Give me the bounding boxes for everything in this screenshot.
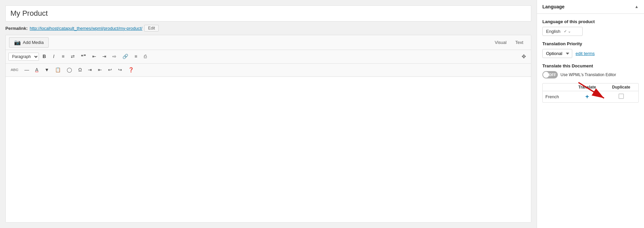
sidebar-title: Language <box>542 4 565 9</box>
outdent-button[interactable]: ⇤ <box>96 65 104 75</box>
table-row: French + <box>543 91 638 103</box>
text-color-arrow[interactable]: ▼ <box>42 65 52 75</box>
toggle-off-label: OFF <box>549 73 556 77</box>
sidebar: Language ▲ Language of this product Engl… <box>537 0 644 228</box>
tab-text[interactable]: Text <box>511 38 528 47</box>
translation-container: Translate Duplicate French + <box>542 83 639 103</box>
toggle-description: Use WPML's Translation Editor <box>560 72 616 77</box>
align-right-button[interactable]: ⇨ <box>110 52 119 61</box>
translate-plus-icon[interactable]: + <box>585 93 589 100</box>
strikethrough-icon: ABC <box>8 66 21 74</box>
clear-format-button[interactable]: ◯ <box>64 65 74 75</box>
add-media-label: Add Media <box>23 40 44 45</box>
add-media-icon: 📷 <box>14 39 21 46</box>
duplicate-col-header: Duplicate <box>604 83 638 91</box>
ordered-list-button[interactable]: ⇄ <box>68 52 77 61</box>
translation-table-wrapper: Translate Duplicate French + <box>542 83 639 103</box>
align-left-button[interactable]: ⇤ <box>90 52 99 61</box>
paragraph-select[interactable]: Paragraph <box>8 53 39 61</box>
translate-col-header: Translate <box>570 83 604 91</box>
translate-doc-section: Translate this Document OFF Use WPML's T… <box>542 63 639 103</box>
toggle-knob <box>543 72 549 78</box>
redo-button[interactable]: ↪ <box>116 65 124 75</box>
wpml-editor-toggle[interactable]: OFF <box>542 71 558 78</box>
priority-row: Optional edit terms <box>542 49 639 58</box>
align-center-button[interactable]: ⇥ <box>100 52 109 61</box>
permalink-label: Permalink: <box>5 26 28 31</box>
add-media-button[interactable]: 📷 Add Media <box>9 37 49 48</box>
priority-select[interactable]: Optional <box>542 49 572 58</box>
language-field-label: Language of this product <box>542 19 639 24</box>
editor-box: 📷 Add Media Visual Text Paragraph B I ≡ … <box>5 35 531 223</box>
blockquote-button[interactable]: ❝❞ <box>78 52 89 61</box>
paste-text-button[interactable]: 📋 <box>53 65 63 75</box>
editor-content-area[interactable] <box>6 77 531 222</box>
post-title-input[interactable] <box>5 5 531 21</box>
translation-priority-label: Translation Priority <box>542 41 639 46</box>
unordered-list-button[interactable]: ≡ <box>59 52 67 61</box>
language-select[interactable]: English ✓ ⌄ <box>542 27 583 36</box>
sidebar-header: Language ▲ <box>537 0 644 14</box>
translation-priority-field: Translation Priority Optional edit terms <box>542 41 639 58</box>
collapse-icon[interactable]: ▲ <box>635 4 639 9</box>
language-name-cell: French <box>543 91 570 103</box>
translation-table: Translate Duplicate French + <box>543 83 638 102</box>
duplicate-checkbox[interactable] <box>619 94 624 99</box>
sidebar-body: Language of this product English ✓ ⌄ Tra… <box>537 14 644 108</box>
translate-doc-label: Translate this Document <box>542 63 639 68</box>
undo-button[interactable]: ↩ <box>106 65 114 75</box>
permalink-bar: Permalink: http://localhost/catapult_the… <box>5 24 531 32</box>
text-color-button[interactable]: A <box>33 65 41 75</box>
toggle-row: OFF Use WPML's Translation Editor <box>542 71 639 78</box>
main-content: Permalink: http://localhost/catapult_the… <box>0 0 537 228</box>
language-value: English <box>546 29 560 34</box>
more-button[interactable]: ≡ <box>132 52 140 61</box>
language-dropdown-arrow: ✓ ⌄ <box>564 29 571 34</box>
help-button[interactable]: ❓ <box>126 65 136 75</box>
horizontal-rule-button[interactable]: — <box>22 65 32 75</box>
permalink-url[interactable]: http://localhost/catapult_themes/wpml/pr… <box>30 26 142 31</box>
duplicate-action-cell[interactable] <box>604 91 638 103</box>
special-char-button[interactable]: Ω <box>76 65 84 75</box>
keyboard-shortcuts-button[interactable]: ⎙ <box>141 52 149 61</box>
edit-terms-link[interactable]: edit terms <box>576 51 595 56</box>
editor-view-tabs: Visual Text <box>490 38 528 47</box>
lang-col-header <box>543 83 570 91</box>
formatting-toolbar-1: Paragraph B I ≡ ⇄ ❝❞ ⇤ ⇥ ⇨ 🔗 ≡ ⎙ ✥ <box>6 50 531 64</box>
italic-button[interactable]: I <box>50 52 58 61</box>
indent-button[interactable]: ⇥ <box>86 65 94 75</box>
formatting-toolbar-2: ABC — A ▼ 📋 ◯ Ω ⇥ ⇤ ↩ ↪ ❓ <box>6 64 531 77</box>
tab-visual[interactable]: Visual <box>490 38 511 47</box>
permalink-edit-button[interactable]: Edit <box>144 25 159 32</box>
language-field: Language of this product English ✓ ⌄ <box>542 19 639 36</box>
bold-button[interactable]: B <box>40 52 48 61</box>
fullscreen-button[interactable]: ✥ <box>519 52 528 62</box>
editor-toolbar-top: 📷 Add Media Visual Text <box>6 35 531 50</box>
translate-action-cell[interactable]: + <box>570 91 604 103</box>
link-button[interactable]: 🔗 <box>120 52 130 61</box>
